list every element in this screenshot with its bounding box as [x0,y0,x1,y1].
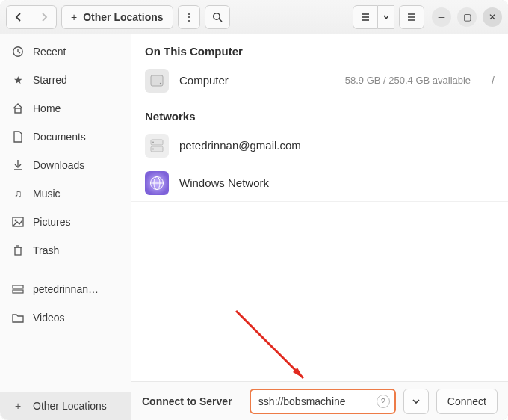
sidebar-item-pictures[interactable]: Pictures [0,208,131,236]
minimize-button[interactable]: ─ [432,7,451,27]
folder-icon [12,312,24,324]
vertical-dots-icon: ⋮ [184,11,194,23]
document-icon [12,131,24,143]
back-button[interactable] [6,5,31,29]
server-icon [145,134,169,158]
sidebar-item-label: Other Locations [33,400,107,412]
star-icon: ★ [12,74,24,86]
picture-icon [12,216,24,228]
list-icon [360,12,371,22]
view-switcher [353,5,394,29]
svg-point-0 [213,13,219,19]
search-icon [212,12,223,22]
close-button[interactable]: ✕ [483,7,502,27]
sidebar-item-trash[interactable]: Trash [0,236,131,265]
connect-footer: Connect to Server ? Connect [131,381,508,420]
menu-dots-button[interactable]: ⋮ [178,5,200,29]
help-icon[interactable]: ? [377,395,390,408]
row-network-account[interactable]: petedrinnan@gmail.com [131,127,508,164]
chevron-down-icon [412,398,420,405]
sidebar-item-home[interactable]: Home [0,94,131,123]
row-mount: / [492,75,495,87]
svg-rect-14 [15,247,21,255]
list-view-button[interactable] [353,5,378,29]
sidebar-item-other-locations[interactable]: + Other Locations [0,392,131,420]
sidebar-item-music[interactable]: ♫ Music [0,179,131,208]
download-icon [12,159,24,171]
network-globe-icon [145,171,169,195]
svg-line-1 [219,19,222,22]
hamburger-menu-button[interactable] [399,5,424,29]
sidebar-item-downloads[interactable]: Downloads [0,151,131,179]
plus-icon: + [71,11,77,23]
server-address-input-wrap: ? [250,389,396,414]
sidebar-item-label: Downloads [33,159,84,171]
row-label: petedrinnan@gmail.com [179,139,301,152]
svg-point-13 [15,220,17,222]
maximize-icon: ▢ [463,12,471,22]
close-icon: ✕ [489,12,496,22]
sidebar-item-recent[interactable]: Recent [0,37,131,66]
search-button[interactable] [205,5,230,29]
row-info: 58.9 GB / 250.4 GB available [345,75,471,86]
svg-rect-17 [13,285,23,288]
pathbar[interactable]: + Other Locations [61,5,173,29]
sidebar-item-label: Starred [33,74,67,86]
maximize-button[interactable]: ▢ [457,7,477,27]
hamburger-icon [406,12,417,22]
nav-back-forward [6,5,57,29]
drive-icon [12,283,24,295]
minimize-icon: ─ [439,12,445,22]
sidebar-item-label: Documents [33,131,86,143]
sidebar-item-label: petedrinnan… [33,283,99,295]
connect-label: Connect to Server [142,395,232,407]
music-icon: ♫ [12,188,24,200]
sidebar-item-label: Music [33,188,61,200]
connect-button[interactable]: Connect [436,389,498,414]
forward-button[interactable] [31,5,57,29]
view-dropdown-button[interactable] [378,5,394,29]
home-icon [12,102,24,114]
row-label: Computer [179,74,229,87]
svg-point-24 [152,148,154,149]
sidebar-item-mount-remote[interactable]: petedrinnan… [0,275,131,303]
svg-rect-18 [13,290,23,293]
server-address-input[interactable] [258,395,374,407]
sidebar-item-label: Trash [33,244,59,256]
sidebar: Recent ★ Starred Home Documents Download… [0,34,131,420]
headerbar: + Other Locations ⋮ ─ ▢ ✕ [0,0,508,34]
row-windows-network[interactable]: Windows Network [131,164,508,202]
connect-button-label: Connect [447,395,486,407]
section-on-this-computer: On This Computer [131,34,508,62]
sidebar-item-videos[interactable]: Videos [0,303,131,332]
window-controls: ─ ▢ ✕ [432,7,502,27]
svg-rect-9 [15,108,21,113]
sidebar-item-starred[interactable]: ★ Starred [0,66,131,94]
drive-icon [145,69,169,93]
server-history-dropdown[interactable] [403,389,429,414]
section-networks: Networks [131,99,508,127]
clock-icon [12,46,24,58]
row-label: Windows Network [179,176,269,189]
svg-point-23 [152,141,154,143]
sidebar-item-label: Pictures [33,216,71,228]
path-label: Other Locations [83,11,163,23]
sidebar-item-label: Recent [33,46,66,58]
sidebar-item-label: Videos [33,312,65,324]
sidebar-item-label: Home [33,102,61,114]
plus-icon: + [12,400,24,412]
main-pane: On This Computer Computer 58.9 GB / 250.… [131,34,508,420]
sidebar-item-documents[interactable]: Documents [0,123,131,151]
svg-point-20 [160,82,161,84]
row-computer[interactable]: Computer 58.9 GB / 250.4 GB available / [131,62,508,99]
trash-icon [12,244,24,256]
chevron-down-icon [383,14,389,20]
